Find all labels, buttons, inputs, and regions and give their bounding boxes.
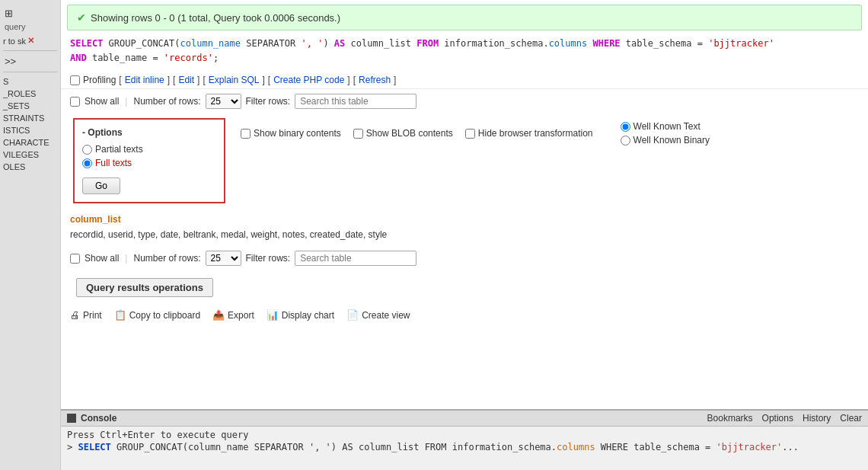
print-icon: 🖨 [70,309,80,321]
sql-col: column_name [180,38,241,49]
partial-texts-row: Partial texts [82,144,216,155]
sidebar-item-oles[interactable]: OLES [3,161,57,173]
sidebar-icon: ⊞ [5,8,13,19]
console-area: Console Bookmarks Options History Clear … [61,409,868,470]
full-texts-radio[interactable] [82,158,92,168]
show-binary-label: Show binary contents [254,128,341,139]
console-title-group: Console [67,413,116,424]
edit-link[interactable]: Edit [178,75,194,85]
column-list-values: recordid, userid, type, date, beltrank, … [61,228,868,246]
number-of-rows-label-2: Number of rows: [133,253,200,264]
print-label: Print [83,310,102,321]
full-texts-label: Full texts [95,158,132,168]
sql-function-name: GROUP_CONCAT [109,38,175,49]
explain-sql-link[interactable]: Explain SQL [209,75,260,85]
show-binary-checkbox[interactable] [241,129,251,139]
query-area: ✔ Showing rows 0 - 0 (1 total, Query too… [61,0,868,409]
search-input-2[interactable] [295,251,416,266]
edit-inline-link[interactable]: Edit inline [125,75,164,85]
filter-rows-label-2: Filter rows: [246,253,291,264]
options-action[interactable]: Options [762,413,793,424]
search-input-1[interactable] [295,94,416,109]
create-view-action[interactable]: 📄 Create view [346,309,410,321]
show-blob-checkbox[interactable] [353,129,363,139]
refresh-link[interactable]: Refresh [359,75,391,85]
full-texts-row: Full texts [82,158,216,168]
show-all-label-1: Show all [85,96,119,107]
options-wide: Show binary contents Show BLOB contents … [231,114,868,153]
show-blob-label: Show BLOB contents [366,128,453,139]
console-prompt: > SELECT GROUP_CONCAT(column_name SEPARA… [67,442,862,452]
view-icon: 📄 [346,309,359,321]
copy-icon: 📋 [114,309,126,321]
console-line1: Press Ctrl+Enter to execute query [67,430,862,440]
rows-select-1[interactable]: 2550100250500 [206,94,241,109]
sidebar: ⊞ query r to sk ✕ >> S _ROLES _SETS STRA… [0,0,61,470]
wkt-group: Well Known Text Well Known Binary [621,121,710,145]
create-php-link[interactable]: Create PHP code [273,75,344,85]
console-actions: Bookmarks Options History Clear [707,413,862,424]
hide-browser-checkbox[interactable] [465,129,475,139]
hide-browser-label: Hide browser transformation [478,128,593,139]
go-button[interactable]: Go [82,177,120,194]
success-icon: ✔ [77,11,86,24]
copy-label: Copy to clipboard [129,310,200,321]
show-all-checkbox-2[interactable] [70,254,80,264]
console-sql-middle: GROUP_CONCAT(column_name SEPARATOR ', ')… [116,442,557,452]
export-action[interactable]: 📤 Export [212,309,254,321]
well-known-binary-label: Well Known Binary [633,135,710,145]
console-stop-icon [67,414,76,423]
bottom-actions: 🖨 Print 📋 Copy to clipboard 📤 Export 📊 D… [61,305,868,325]
sidebar-close-icon[interactable]: ✕ [27,36,34,46]
copy-action[interactable]: 📋 Copy to clipboard [114,309,200,321]
export-label: Export [228,310,254,321]
partial-texts-radio[interactable] [82,145,92,155]
success-bar: ✔ Showing rows 0 - 0 (1 total, Query too… [67,5,862,30]
sql-display: SELECT GROUP_CONCAT(column_name SEPARATO… [61,30,868,72]
column-list-link[interactable]: column_list [70,214,121,225]
create-view-label: Create view [362,310,410,321]
number-of-rows-label-1: Number of rows: [133,96,200,107]
rows-select-2[interactable]: 2550100250500 [206,251,241,266]
console-select-keyword: SELECT [78,442,110,452]
options-box: - Options Partial texts Full texts Go [73,118,225,203]
history-action[interactable]: History [803,413,831,424]
display-chart-label: Display chart [282,310,334,321]
console-body: Press Ctrl+Enter to execute query > SELE… [61,427,868,456]
sidebar-query-label: query [3,21,57,33]
sidebar-item-characte[interactable]: CHARACTE [3,136,57,149]
console-title-label: Console [81,413,116,424]
show-binary-group: Show binary contents [241,128,341,139]
console-string-val: 'bjjtracker' [716,442,783,452]
profiling-checkbox[interactable] [70,75,80,85]
show-all-checkbox-1[interactable] [70,97,80,107]
filter-rows-label-1: Filter rows: [246,96,291,107]
chart-icon: 📊 [266,309,279,321]
filter-row-2: Show all | Number of rows: 2550100250500… [61,246,868,270]
console-ellipsis: ... [782,442,799,452]
result-header: column_list [61,208,868,228]
main-content: ✔ Showing rows 0 - 0 (1 total, Query too… [61,0,868,470]
options-title: - Options [82,127,216,138]
query-results-operations-button[interactable]: Query results operations [76,278,213,297]
clear-action[interactable]: Clear [840,413,862,424]
display-chart-action[interactable]: 📊 Display chart [266,309,334,321]
sidebar-item-straints[interactable]: STRAINTS [3,112,57,124]
sidebar-item-s[interactable]: S [3,75,57,88]
sidebar-item-roles[interactable]: _ROLES [3,88,57,100]
filter-row-1: Show all | Number of rows: 2550100250500… [61,89,868,114]
sidebar-nav-icon[interactable]: ⊞ [3,6,57,21]
well-known-text-label: Well Known Text [633,121,700,132]
show-all-label-2: Show all [85,253,119,264]
sql-keyword-select: SELECT [70,38,103,49]
sidebar-arrows[interactable]: >> [3,54,57,69]
sidebar-item-istics[interactable]: ISTICS [3,124,57,136]
bookmarks-action[interactable]: Bookmarks [707,413,753,424]
export-icon: 📤 [212,309,225,321]
well-known-text-radio[interactable] [621,122,630,132]
sidebar-item-vileges[interactable]: VILEGES [3,149,57,161]
sidebar-filter-tag: r to sk [3,37,26,46]
print-action[interactable]: 🖨 Print [70,309,102,321]
well-known-binary-radio[interactable] [621,136,630,145]
sidebar-item-sets[interactable]: _SETS [3,100,57,112]
